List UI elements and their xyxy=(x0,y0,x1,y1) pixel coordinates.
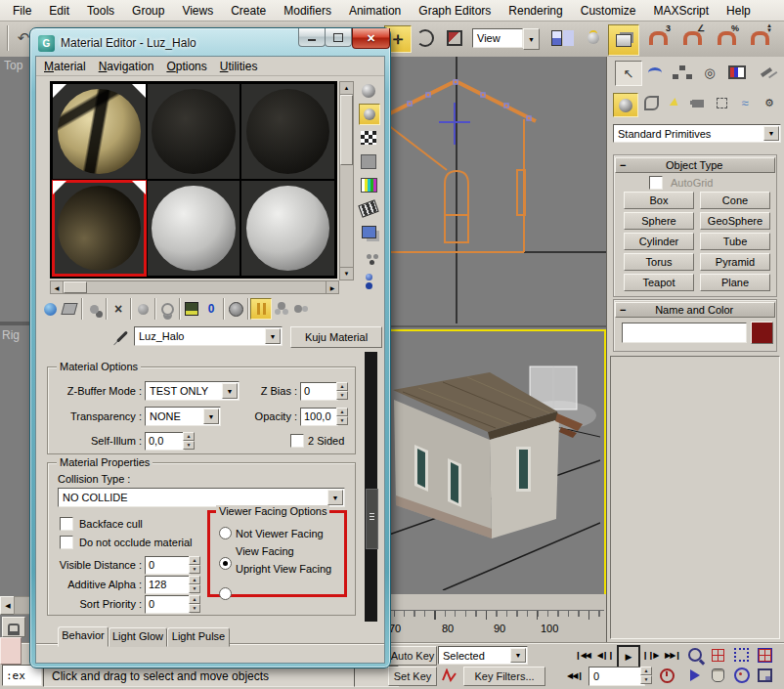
button-tube[interactable]: Tube xyxy=(700,233,770,250)
opacity-field[interactable]: 100,0 xyxy=(300,408,338,426)
angle-snap-button[interactable]: ∠ xyxy=(679,25,705,51)
button-torus[interactable]: Torus xyxy=(624,253,694,271)
tab-utilities[interactable] xyxy=(754,61,779,84)
me-menu-material[interactable]: Material xyxy=(40,58,95,75)
autogrid-checkbox[interactable] xyxy=(649,176,663,190)
snaps-toggle-button[interactable] xyxy=(608,24,639,56)
sample-slot-3[interactable] xyxy=(241,84,334,179)
reset-map-button[interactable]: × xyxy=(109,299,128,319)
button-cone[interactable]: Cone xyxy=(700,192,770,209)
two-sided-checkbox[interactable] xyxy=(290,434,304,448)
transparency-dropdown[interactable]: NONE ▼ xyxy=(145,407,221,426)
tab-modify[interactable] xyxy=(642,61,668,84)
viewport-label-top[interactable]: Top xyxy=(4,59,22,72)
go-to-end-button[interactable]: ▶▶❙ xyxy=(662,647,683,663)
slots-horizontal-scrollbar[interactable]: ◀ ▶ xyxy=(50,280,339,294)
timeline-ruler[interactable] xyxy=(383,610,604,623)
radio-view-facing-selected[interactable] xyxy=(219,557,232,570)
key-mode-curve-button[interactable] xyxy=(440,667,459,684)
additive-alpha-spinner[interactable]: ▲▼ xyxy=(189,576,200,593)
collision-arrow-icon[interactable]: ▼ xyxy=(327,490,343,505)
category-dropdown-arrow-icon[interactable]: ▼ xyxy=(763,126,779,141)
sample-slot-6[interactable] xyxy=(241,181,334,276)
tab-behavior-active[interactable]: Behavior xyxy=(58,626,109,647)
tab-display[interactable] xyxy=(724,61,750,84)
scroll-thumb[interactable] xyxy=(340,95,353,165)
object-color-swatch[interactable] xyxy=(751,322,773,344)
object-name-field[interactable] xyxy=(622,323,747,343)
button-pyramid[interactable]: Pyramid xyxy=(700,253,770,271)
zbias-field[interactable]: 0 xyxy=(300,382,338,401)
background-button[interactable] xyxy=(359,128,378,148)
do-not-occlude-checkbox[interactable] xyxy=(60,536,73,549)
menu-item-modifiers[interactable]: Modifiers xyxy=(275,1,340,21)
menu-item-rendering[interactable]: Rendering xyxy=(500,1,571,21)
menu-item-views[interactable]: Views xyxy=(173,1,222,21)
make-unique-button[interactable] xyxy=(157,299,177,319)
me-menu-options[interactable]: Options xyxy=(162,58,215,75)
zbuffer-arrow-icon[interactable]: ▼ xyxy=(222,383,238,399)
maximize-button[interactable] xyxy=(325,28,352,47)
menu-item-maxscript[interactable]: MAXScript xyxy=(644,1,718,21)
show-map-in-viewport-button[interactable] xyxy=(226,299,245,319)
category-dropdown[interactable]: Standard Primitives ▼ xyxy=(613,124,781,143)
selfillum-spinner[interactable]: ▲▼ xyxy=(183,432,195,450)
menu-item-group[interactable]: Group xyxy=(123,1,173,21)
make-material-copy-button[interactable] xyxy=(133,299,152,319)
visible-distance-field[interactable]: 0 xyxy=(145,556,191,575)
category-space-warps[interactable]: ≈ xyxy=(734,93,756,113)
button-box[interactable]: Box xyxy=(624,192,694,209)
assign-material-to-selection-button[interactable] xyxy=(84,299,104,319)
get-material-button[interactable] xyxy=(40,299,60,319)
material-name-dropdown[interactable]: Luz_Halo ▼ xyxy=(134,326,283,346)
category-geometry[interactable] xyxy=(613,93,638,117)
category-systems[interactable]: ⚙ xyxy=(759,93,780,113)
angle-snap-toggle-button[interactable]: 3 xyxy=(645,25,671,51)
arc-rotate-button[interactable] xyxy=(731,666,752,685)
menu-item-animation[interactable]: Animation xyxy=(340,1,410,21)
material-name-arrow-icon[interactable]: ▼ xyxy=(265,328,281,344)
minimize-button[interactable] xyxy=(298,28,326,47)
previous-frame-button[interactable]: ◀❙❙ xyxy=(594,647,616,663)
viewport-front[interactable] xyxy=(381,57,607,327)
menu-item-edit[interactable]: Edit xyxy=(40,1,78,21)
select-and-manipulate-button[interactable] xyxy=(583,25,604,51)
scroll-right-icon[interactable]: ▶ xyxy=(326,281,338,293)
menu-item-graph-editors[interactable]: Graph Editors xyxy=(410,1,500,21)
pan-view-button[interactable] xyxy=(708,666,728,685)
menu-item-customize[interactable]: Customize xyxy=(572,1,645,21)
opacity-spinner[interactable]: ▲▼ xyxy=(336,408,348,425)
button-teapot[interactable]: Teapot xyxy=(624,274,694,291)
selection-lock-toggle[interactable] xyxy=(2,617,25,637)
additive-alpha-field[interactable]: 128 xyxy=(145,576,191,594)
zoom-button[interactable] xyxy=(684,645,705,665)
selfillum-field[interactable]: 0,0 xyxy=(145,432,185,451)
time-configuration-button[interactable] xyxy=(657,667,676,684)
scroll-thumb[interactable] xyxy=(64,281,87,293)
zbias-spinner[interactable]: ▲▼ xyxy=(336,382,348,400)
backlight-button[interactable] xyxy=(359,104,380,125)
sample-slot-5[interactable] xyxy=(148,181,240,276)
button-geosphere[interactable]: GeoSphere xyxy=(700,212,770,230)
sample-uv-tiling-button[interactable] xyxy=(359,151,378,171)
auto-key-button[interactable]: Auto Key xyxy=(388,646,437,666)
use-pivot-point-button[interactable] xyxy=(544,25,569,51)
tab-light-pulse[interactable]: Light Pulse xyxy=(167,627,230,647)
reference-coordinate-arrow[interactable]: ▼ xyxy=(523,28,540,50)
button-cylinder[interactable]: Cylinder xyxy=(624,233,694,250)
viewport-perspective-active[interactable] xyxy=(387,329,606,596)
name-color-header[interactable]: − Name and Color xyxy=(615,302,775,318)
put-to-library-button[interactable] xyxy=(182,299,201,319)
frame-spinner[interactable]: ▲▼ xyxy=(640,667,652,684)
category-cameras[interactable] xyxy=(687,93,709,113)
go-forward-to-sibling-button[interactable] xyxy=(291,299,311,319)
menu-item-tools[interactable]: Tools xyxy=(78,1,123,21)
sample-type-button[interactable] xyxy=(359,81,378,101)
me-menu-utilities[interactable]: Utilities xyxy=(216,58,267,75)
material-class-button[interactable]: Kuju Material xyxy=(290,326,382,348)
category-helpers[interactable] xyxy=(711,93,732,113)
close-button[interactable]: ✕ xyxy=(352,28,390,49)
sample-slot-1[interactable] xyxy=(53,84,146,179)
params-scroll-thumb[interactable] xyxy=(366,489,378,549)
params-scrollbar[interactable] xyxy=(365,352,377,622)
